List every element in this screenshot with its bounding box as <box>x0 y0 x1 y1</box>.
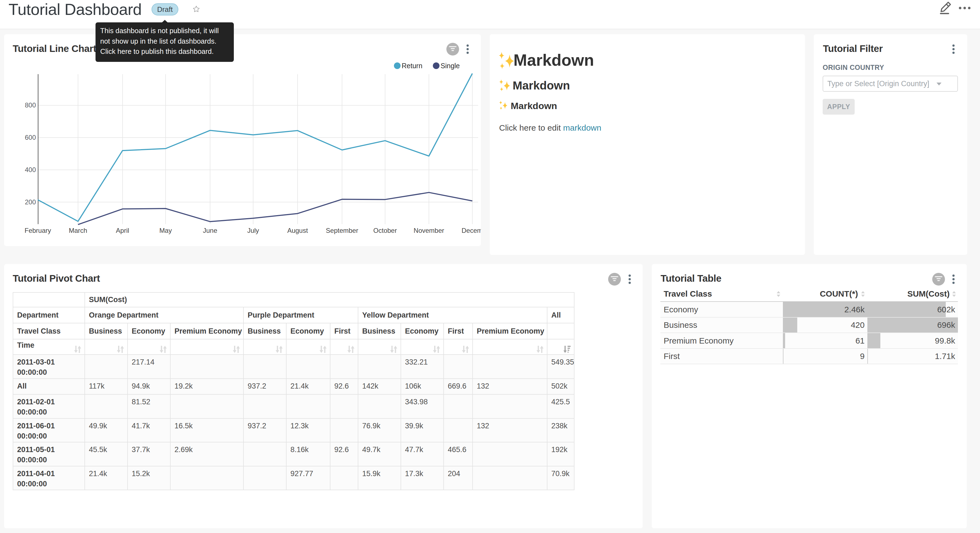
svg-text:May: May <box>159 227 172 234</box>
svg-text:December: December <box>461 227 481 234</box>
svg-text:November: November <box>414 227 444 234</box>
svg-text:800: 800 <box>25 101 36 109</box>
svg-text:April: April <box>116 227 129 234</box>
svg-text:October: October <box>373 227 397 234</box>
svg-text:March: March <box>69 227 87 234</box>
svg-text:Single: Single <box>441 62 460 70</box>
svg-text:June: June <box>203 227 217 234</box>
svg-text:Return: Return <box>402 62 422 70</box>
svg-text:600: 600 <box>25 134 36 141</box>
svg-text:July: July <box>247 227 259 234</box>
svg-text:August: August <box>287 227 308 234</box>
svg-text:February: February <box>25 227 51 234</box>
svg-text:400: 400 <box>25 166 36 174</box>
svg-text:200: 200 <box>25 198 36 206</box>
svg-text:September: September <box>326 227 358 234</box>
